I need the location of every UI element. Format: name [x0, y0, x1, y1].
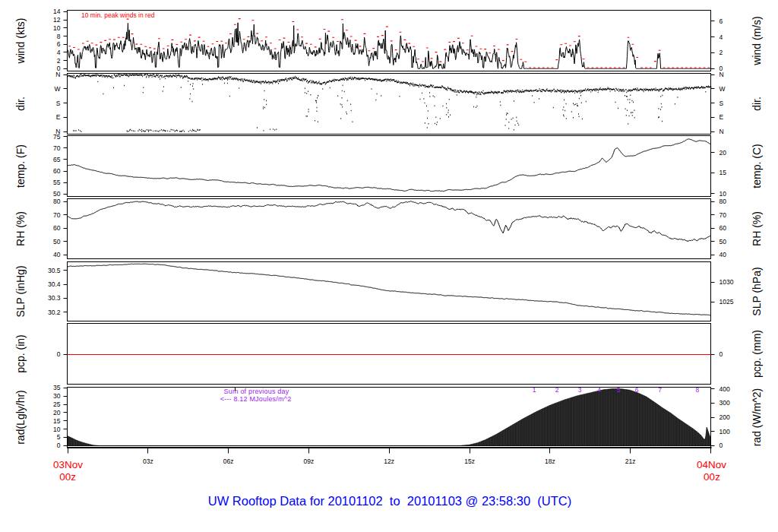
svg-text:temp. (F): temp. (F): [14, 144, 27, 188]
svg-text:04Nov: 04Nov: [697, 459, 726, 470]
svg-text:06z: 06z: [223, 458, 234, 465]
svg-text:10 min. peak winds in red: 10 min. peak winds in red: [81, 11, 155, 19]
svg-text:N: N: [55, 71, 60, 78]
svg-text:30.2: 30.2: [48, 309, 61, 316]
svg-text:60: 60: [53, 167, 61, 175]
svg-text:03z: 03z: [143, 458, 153, 465]
svg-text:RH (%): RH (%): [14, 211, 27, 246]
svg-text:1025: 1025: [719, 298, 734, 306]
svg-text:09z: 09z: [304, 458, 315, 465]
svg-text:40: 40: [719, 251, 727, 258]
svg-text:14: 14: [53, 8, 61, 15]
svg-text:80: 80: [53, 198, 61, 205]
svg-text:400: 400: [719, 385, 730, 393]
svg-text:10: 10: [53, 426, 61, 433]
svg-text:SLP (inHg): SLP (inHg): [14, 265, 27, 317]
svg-text:10: 10: [53, 24, 61, 32]
svg-text:30: 30: [53, 392, 61, 400]
svg-text:rad (W/m^2): rad (W/m^2): [751, 388, 763, 447]
svg-text:50: 50: [53, 190, 61, 198]
svg-text:7: 7: [658, 386, 662, 394]
svg-text:6: 6: [719, 17, 723, 25]
svg-text:<--- 8.12 MJoules/m^2: <--- 8.12 MJoules/m^2: [220, 395, 292, 403]
svg-text:5: 5: [57, 433, 61, 441]
svg-text:8: 8: [695, 386, 699, 394]
svg-text:03Nov: 03Nov: [53, 459, 83, 470]
svg-text:pcp. (in): pcp. (in): [14, 334, 27, 373]
svg-text:15: 15: [53, 417, 61, 425]
svg-text:wind (kts): wind (kts): [14, 18, 27, 65]
svg-text:8: 8: [57, 33, 61, 40]
svg-text:0: 0: [57, 350, 61, 358]
svg-text:20: 20: [719, 149, 727, 157]
svg-text:dir.: dir.: [751, 97, 763, 111]
svg-text:RH (%): RH (%): [751, 211, 763, 246]
svg-text:1030: 1030: [719, 278, 734, 286]
svg-text:4: 4: [57, 49, 61, 56]
svg-text:40: 40: [53, 251, 61, 258]
svg-text:W: W: [54, 85, 60, 93]
svg-text:temp. (C): temp. (C): [751, 144, 763, 188]
svg-text:rad(Lgly/hr): rad(Lgly/hr): [14, 390, 27, 445]
svg-text:6: 6: [57, 40, 61, 48]
svg-text:SLP (hPa): SLP (hPa): [751, 267, 763, 315]
svg-text:10: 10: [719, 190, 727, 198]
svg-text:2: 2: [719, 49, 723, 56]
svg-text:12z: 12z: [384, 458, 394, 465]
svg-text:15z: 15z: [464, 458, 475, 465]
svg-text:25: 25: [53, 401, 61, 408]
svg-text:N: N: [719, 71, 724, 78]
svg-text:dir.: dir.: [14, 97, 27, 111]
svg-text:E: E: [719, 113, 724, 121]
svg-text:21z: 21z: [625, 458, 636, 465]
svg-text:pcp. (mm): pcp. (mm): [751, 330, 763, 378]
svg-text:65: 65: [53, 156, 61, 163]
svg-text:15: 15: [719, 169, 727, 176]
svg-text:0: 0: [719, 442, 723, 449]
svg-text:2: 2: [57, 57, 61, 65]
svg-text:75: 75: [53, 133, 61, 141]
svg-text:W: W: [719, 85, 726, 93]
svg-text:00z: 00z: [704, 471, 720, 483]
svg-text:3: 3: [578, 386, 582, 394]
svg-text:0: 0: [57, 442, 61, 449]
svg-text:30.4: 30.4: [48, 280, 61, 288]
svg-text:30.5: 30.5: [48, 267, 61, 274]
svg-text:UW Rooftop Data for 20101102: UW Rooftop Data for 20101102 to 20101103…: [208, 494, 571, 508]
svg-text:00z: 00z: [59, 471, 76, 483]
svg-text:2: 2: [555, 386, 559, 394]
svg-text:18z: 18z: [545, 458, 555, 465]
svg-text:50: 50: [53, 238, 61, 245]
svg-text:70: 70: [53, 144, 61, 152]
svg-text:6: 6: [635, 386, 639, 394]
svg-text:100: 100: [719, 428, 730, 435]
svg-text:50: 50: [719, 238, 727, 245]
svg-text:80: 80: [719, 198, 727, 205]
svg-text:60: 60: [719, 224, 727, 232]
svg-text:S: S: [719, 100, 724, 107]
svg-text:20: 20: [53, 409, 61, 416]
svg-text:1: 1: [533, 386, 536, 394]
svg-text:30.3: 30.3: [48, 294, 61, 302]
svg-text:0: 0: [719, 350, 723, 358]
svg-text:12: 12: [53, 16, 61, 24]
svg-text:35: 35: [53, 384, 61, 391]
svg-text:70: 70: [53, 211, 61, 219]
svg-text:4: 4: [597, 386, 601, 394]
svg-text:wind (m/s): wind (m/s): [751, 16, 763, 66]
svg-text:70: 70: [719, 211, 727, 219]
svg-text:60: 60: [53, 224, 61, 232]
svg-text:300: 300: [719, 399, 730, 407]
svg-text:200: 200: [719, 413, 730, 421]
svg-text:E: E: [56, 113, 61, 121]
svg-text:N: N: [719, 128, 724, 135]
svg-text:S: S: [56, 100, 61, 107]
svg-text:55: 55: [53, 179, 61, 186]
svg-text:5: 5: [617, 386, 621, 394]
svg-text:4: 4: [719, 33, 723, 41]
